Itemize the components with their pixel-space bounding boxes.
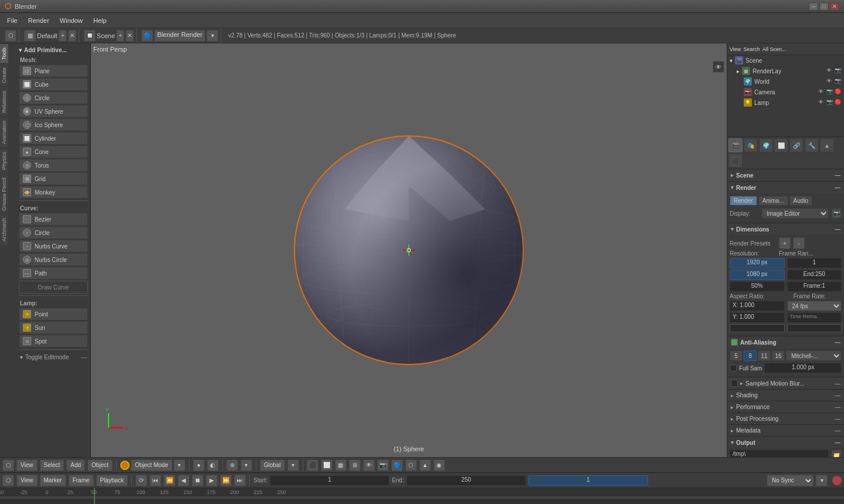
btn-circle[interactable]: ○ Circle [19, 91, 88, 104]
btn-point[interactable]: ☀ Point [19, 308, 88, 321]
global-dropdown[interactable]: ▾ [287, 459, 299, 471]
btn-path[interactable]: — Path [19, 267, 88, 280]
layout-close-btn[interactable]: ✕ [68, 30, 76, 42]
view-btn[interactable]: View [730, 46, 741, 52]
eye-btn-renderlayer[interactable]: 👁 [826, 67, 833, 74]
scene-header[interactable]: ▸ Scene — [727, 169, 844, 181]
global-bottom-icon[interactable]: ⬡ [2, 459, 14, 471]
motion-blur-section[interactable]: ▸ Sampled Motion Blur... — [727, 377, 844, 390]
aa-header[interactable]: Anti-Aliasing — [727, 336, 844, 348]
anim-loop-btn[interactable]: ⟳ [135, 475, 147, 486]
metadata-section[interactable]: ▸ Metadata — [727, 425, 844, 437]
tab-render[interactable]: 🎬 [728, 138, 743, 152]
tab-world[interactable]: 🌍 [759, 138, 773, 152]
add-menu[interactable]: Add [66, 459, 85, 471]
close-button[interactable]: ✕ [830, 2, 839, 11]
output-folder-btn[interactable]: 📁 [831, 449, 842, 457]
viewport-3d[interactable]: Front Persp [91, 43, 727, 457]
snap-type-btn[interactable]: ▾ [240, 459, 252, 471]
render-tab-render[interactable]: Render [730, 196, 757, 206]
tab-scene[interactable]: 🎭 [744, 138, 758, 152]
rl-btn-1[interactable]: ⬛ [307, 459, 318, 471]
search-btn[interactable]: Search [743, 46, 760, 52]
rl-btn-7[interactable]: 🔵 [391, 459, 403, 471]
btn-plane[interactable]: ▭ Plane [19, 64, 88, 77]
rl-btn-4[interactable]: ⊞ [349, 459, 361, 471]
sync-dropdown[interactable]: ▾ [816, 475, 828, 486]
display-icon-btn[interactable]: 📷 [831, 208, 842, 219]
layout-add-btn[interactable]: + [59, 30, 67, 42]
btn-curve-circle[interactable]: ○ Circle [19, 226, 88, 239]
engine-icon[interactable]: 🔵 [141, 30, 153, 42]
tab-material[interactable]: ⬛ [728, 154, 743, 168]
btn-sun[interactable]: ☀ Sun [19, 321, 88, 334]
res-y-input[interactable]: 1080 px [730, 270, 785, 280]
sync-select[interactable]: No Sync [767, 475, 814, 486]
maximize-button[interactable]: □ [819, 2, 829, 11]
performance-section[interactable]: ▸ Performance — [727, 401, 844, 413]
editor-close-btn[interactable]: ✕ [126, 30, 134, 42]
btn-grid[interactable]: ⊞ Grid [19, 172, 88, 185]
aspect-y-input[interactable]: Y: 1.000 [730, 312, 785, 323]
draw-curve-btn[interactable]: Draw Curve [19, 281, 88, 294]
btn-torus[interactable]: ◎ Torus [19, 159, 88, 172]
camera-btn-world[interactable]: 📷 [835, 78, 842, 85]
frame-input[interactable]: Frame:1 [787, 281, 842, 292]
aa-btn-16[interactable]: 16 [772, 350, 785, 361]
minimize-button[interactable]: ─ [809, 2, 818, 11]
btn-nurbs-circle[interactable]: ◎ Nurbs Circle [19, 253, 88, 266]
tab-constraints[interactable]: 🔗 [789, 138, 804, 152]
motion-blur-cb[interactable] [731, 380, 738, 387]
fullsam-val[interactable]: 1.000 px [764, 363, 842, 373]
rl-btn-2[interactable]: ⬜ [321, 459, 333, 471]
object-menu[interactable]: Object [87, 459, 113, 471]
mode-dropdown[interactable]: ▾ [174, 459, 185, 471]
eye-btn-camera[interactable]: 👁 [818, 88, 825, 96]
output-path-input[interactable]: /tmp\ [730, 449, 829, 457]
rl-btn-3[interactable]: ▦ [335, 459, 347, 471]
tab-data[interactable]: ▲ [820, 138, 834, 152]
res-x-input[interactable]: 1920 px [730, 258, 785, 268]
scale-input[interactable]: 50% [730, 281, 785, 292]
render-tab-anim[interactable]: Anima... [758, 196, 788, 206]
btn-nurbs-curve[interactable]: ~ Nurbs Curve [19, 240, 88, 253]
btn-cylinder[interactable]: ⬜ Cylinder [19, 132, 88, 145]
outliner-renderlayer[interactable]: ▸ ▦ RenderLay 👁 📷 [734, 66, 844, 76]
aa-checkbox[interactable] [731, 339, 738, 346]
anim-stop-btn[interactable]: ⏹ [192, 475, 204, 486]
timeline-view-btn[interactable]: View [16, 475, 38, 486]
presets-remove-btn[interactable]: - [793, 237, 805, 249]
post-processing-section[interactable]: ▸ Post Processing — [727, 413, 844, 425]
tab-grease-pencil[interactable]: Grease Pencil [0, 173, 8, 214]
tab-modifiers[interactable]: 🔧 [805, 138, 819, 152]
anim-prev-btn[interactable]: ⏪ [164, 475, 175, 486]
tab-archmesh[interactable]: Archmesh [0, 214, 8, 246]
btn-ico-sphere[interactable]: ⬡ Ico Sphere [19, 118, 88, 131]
start-frame-input[interactable]: 1 [270, 475, 389, 486]
render-btn-camera[interactable]: 🔴 [835, 88, 842, 96]
tab-object[interactable]: ⬜ [774, 138, 788, 152]
viewport-shading-btn1[interactable]: ● [193, 459, 205, 471]
render-tab-audio[interactable]: Audio [789, 196, 813, 206]
menu-window[interactable]: Window [55, 16, 87, 25]
global-local-btn[interactable]: Global [260, 459, 285, 471]
btn-bezier[interactable]: ~ Bezier [19, 213, 88, 226]
fullsam-cb[interactable] [730, 365, 737, 372]
outliner-world[interactable]: 🌍 World 👁 📷 [741, 76, 844, 87]
aspect-x-input[interactable]: X: 1.000 [730, 301, 785, 311]
anim-next-btn[interactable]: ⏩ [220, 475, 232, 486]
timeline-marker-btn[interactable]: Marker [40, 475, 66, 486]
recording-btn[interactable] [832, 476, 842, 485]
rl-btn-8[interactable]: ⬡ [405, 459, 417, 471]
select-menu[interactable]: Select [40, 459, 65, 471]
toggle-editmode[interactable]: Toggle Editmode — [19, 352, 88, 363]
rl-btn-10[interactable]: ◉ [433, 459, 445, 471]
btn-monkey[interactable]: 🐵 Monkey [19, 186, 88, 199]
eye-btn-lamp[interactable]: 👁 [818, 99, 825, 106]
anim-back-btn[interactable]: ⏮ [150, 475, 161, 486]
anim-play-btn[interactable]: ▶ [206, 475, 218, 486]
shading-section[interactable]: ▸ Shading — [727, 390, 844, 401]
viewport-shading-btn2[interactable]: ◐ [207, 459, 219, 471]
snap-btn[interactable]: ⊕ [226, 459, 238, 471]
aa-btn-11[interactable]: 11 [758, 350, 771, 361]
